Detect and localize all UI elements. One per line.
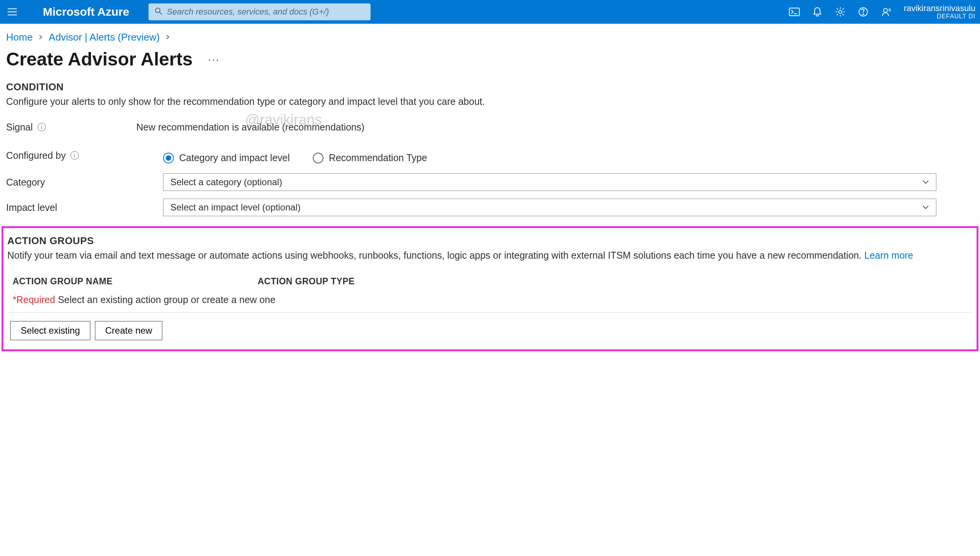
category-dropdown-placeholder: Select a category (optional) xyxy=(170,177,282,188)
action-groups-highlight: ACTION GROUPS Notify your team via email… xyxy=(2,226,978,351)
required-text: Select an existing action group or creat… xyxy=(55,294,275,305)
settings-gear-icon[interactable] xyxy=(834,6,846,18)
brand-label[interactable]: Microsoft Azure xyxy=(43,5,129,18)
search-box[interactable] xyxy=(149,3,371,20)
svg-point-3 xyxy=(155,8,160,13)
impact-dropdown-placeholder: Select an impact level (optional) xyxy=(170,202,301,213)
search-icon xyxy=(155,7,162,17)
select-existing-button[interactable]: Select existing xyxy=(10,321,90,340)
required-row: *Required Select an existing action grou… xyxy=(7,290,973,313)
signal-value: New recommendation is available (recomme… xyxy=(136,122,364,133)
chevron-right-icon xyxy=(38,33,43,42)
signal-label-text: Signal xyxy=(6,122,33,133)
condition-title: CONDITION xyxy=(6,81,974,93)
radio-category-impact[interactable]: Category and impact level xyxy=(163,152,290,163)
hamburger-menu-icon[interactable] xyxy=(5,4,20,20)
category-label: Category xyxy=(6,177,163,188)
signal-row: Signal i New recommendation is available… xyxy=(6,116,974,139)
top-icon-group xyxy=(788,6,892,18)
info-icon[interactable]: i xyxy=(70,151,79,160)
col-action-group-name: ACTION GROUP NAME xyxy=(13,276,258,287)
radio-unselected-icon xyxy=(313,153,323,163)
radio-rectype-label: Recommendation Type xyxy=(329,152,427,163)
col-action-group-type: ACTION GROUP TYPE xyxy=(258,276,354,287)
radio-category-label: Category and impact level xyxy=(179,152,290,163)
help-icon[interactable] xyxy=(857,6,869,18)
radio-selected-icon xyxy=(163,153,174,163)
breadcrumb: Home Advisor | Alerts (Preview) xyxy=(0,24,980,46)
top-bar: Microsoft Azure ravikiransrinivasulu DEF… xyxy=(0,0,980,24)
create-new-button[interactable]: Create new xyxy=(95,321,163,340)
action-groups-desc-text: Notify your team via email and text mess… xyxy=(7,250,864,261)
svg-rect-5 xyxy=(789,8,799,16)
category-row: Category Select a category (optional) xyxy=(6,173,974,191)
chevron-down-icon xyxy=(922,180,929,184)
chevron-right-icon xyxy=(165,33,170,42)
search-input[interactable] xyxy=(167,7,364,17)
action-groups-desc: Notify your team via email and text mess… xyxy=(7,250,973,261)
impact-row: Impact level Select an impact level (opt… xyxy=(6,199,974,216)
account-name: ravikiransrinivasulu xyxy=(904,4,975,13)
info-icon[interactable]: i xyxy=(38,123,46,131)
action-groups-title: ACTION GROUPS xyxy=(7,235,973,247)
breadcrumb-home[interactable]: Home xyxy=(6,31,33,43)
category-dropdown[interactable]: Select a category (optional) xyxy=(163,173,936,191)
search-container xyxy=(149,3,371,20)
signal-label: Signal i xyxy=(6,122,136,133)
content-area: @ravikirans Home Advisor | Alerts (Previ… xyxy=(0,24,980,351)
svg-line-4 xyxy=(160,12,162,15)
configured-by-radio-group: Category and impact level Recommendation… xyxy=(6,152,974,163)
learn-more-link[interactable]: Learn more xyxy=(864,250,913,261)
action-group-buttons: Select existing Create new xyxy=(7,321,973,340)
condition-section: CONDITION Configure your alerts to only … xyxy=(0,77,980,216)
account-block[interactable]: ravikiransrinivasulu DEFAULT DI xyxy=(904,4,975,20)
more-actions-icon[interactable]: ··· xyxy=(208,53,220,66)
breadcrumb-advisor[interactable]: Advisor | Alerts (Preview) xyxy=(49,31,160,43)
account-directory: DEFAULT DI xyxy=(904,13,975,20)
page-title: Create Advisor Alerts xyxy=(6,49,193,70)
configured-by-label: Configured by i xyxy=(6,150,136,161)
impact-label: Impact level xyxy=(6,202,163,213)
page-title-row: Create Advisor Alerts ··· xyxy=(0,46,980,77)
cloud-shell-icon[interactable] xyxy=(788,6,800,18)
feedback-icon[interactable] xyxy=(880,6,892,18)
chevron-down-icon xyxy=(922,205,929,210)
configured-by-label-text: Configured by xyxy=(6,150,66,161)
radio-recommendation-type[interactable]: Recommendation Type xyxy=(313,152,427,163)
svg-point-9 xyxy=(863,14,864,15)
impact-dropdown[interactable]: Select an impact level (optional) xyxy=(163,199,936,216)
notifications-icon[interactable] xyxy=(811,6,823,18)
svg-point-10 xyxy=(884,8,887,12)
required-prefix: *Required xyxy=(13,294,55,305)
condition-desc: Configure your alerts to only show for t… xyxy=(6,96,974,107)
action-group-table-header: ACTION GROUP NAME ACTION GROUP TYPE xyxy=(7,269,973,290)
svg-point-7 xyxy=(839,10,842,13)
